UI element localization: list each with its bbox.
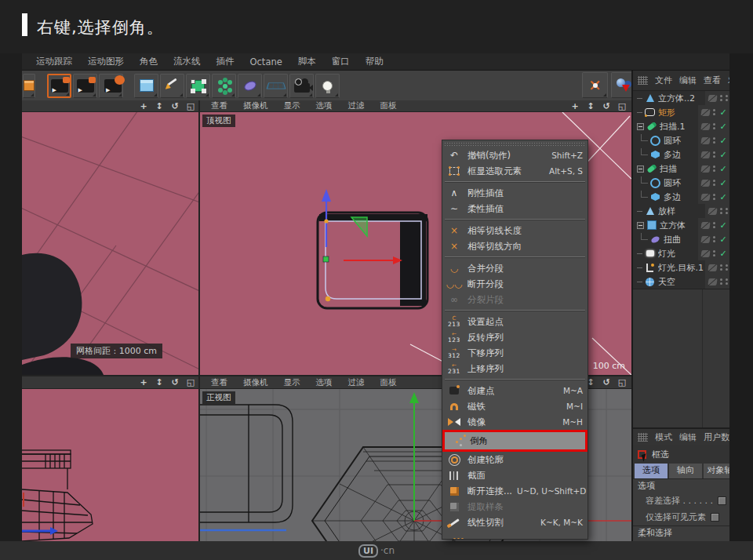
menu-grip-icon[interactable] <box>444 141 586 147</box>
viewport-menu-item-2[interactable]: 显示 <box>278 100 307 112</box>
expander-icon[interactable] <box>637 222 644 229</box>
visibility-dots-icon[interactable] <box>720 208 722 214</box>
checkbox[interactable] <box>718 496 726 505</box>
visibility-dots-icon[interactable] <box>720 95 722 101</box>
rotate-icon[interactable]: ↺ <box>170 377 180 387</box>
attribute-menu-item-2[interactable]: 用户数据 <box>704 431 729 443</box>
toolbar-button-light[interactable] <box>315 74 340 98</box>
visibility-dots-icon[interactable] <box>720 264 722 271</box>
object-row-10[interactable]: 扭曲✓ <box>633 232 729 246</box>
visibility-dots-icon[interactable] <box>720 278 722 285</box>
context-menu-item-4[interactable]: ∧刚性插值 <box>442 185 587 201</box>
toolbar-button-motion-clapper-solve[interactable] <box>73 74 97 98</box>
context-menu-item-16[interactable]: →312下移序列 <box>442 345 587 361</box>
visibility-dots-icon[interactable] <box>713 180 715 186</box>
visibility-toggle-icon[interactable] <box>700 151 710 158</box>
panel-grip-icon[interactable] <box>638 76 648 85</box>
object-manager-menu-item-0[interactable]: 文件 <box>655 75 672 86</box>
visibility-dots-icon[interactable] <box>713 250 715 256</box>
tab-轴向[interactable]: 轴向 <box>669 464 702 478</box>
maximize-icon[interactable]: ◱ <box>186 377 195 387</box>
object-row-6[interactable]: 圆环✓ <box>633 176 729 190</box>
enabled-dots-icon[interactable] <box>726 278 728 285</box>
visibility-toggle-icon[interactable] <box>700 137 710 144</box>
context-menu-item-1[interactable]: ↶撤销(动作)Shift+Z <box>442 147 587 163</box>
context-menu-item-15[interactable]: ←123反转序列 <box>442 329 587 345</box>
enabled-check-icon[interactable]: ✓ <box>718 235 728 245</box>
dolly-icon[interactable]: ↕ <box>155 101 164 111</box>
dolly-icon[interactable]: ↕ <box>155 377 164 387</box>
context-menu-item-27[interactable]: 线性切割K~K, M~K <box>442 515 587 530</box>
visibility-dots-icon[interactable] <box>713 165 715 172</box>
enabled-dots-icon[interactable] <box>726 208 728 214</box>
visibility-toggle-icon[interactable] <box>700 123 710 130</box>
context-menu-item-24[interactable]: 截面 <box>442 467 587 483</box>
visibility-toggle-icon[interactable] <box>708 208 717 215</box>
visibility-dots-icon[interactable] <box>713 109 715 115</box>
menubar-item-0[interactable]: 运动跟踪 <box>28 54 80 69</box>
enabled-dots-icon[interactable] <box>726 95 728 101</box>
viewport-menu-item-3[interactable]: 选项 <box>310 100 339 112</box>
section-header-1[interactable]: 柔和选择 <box>633 525 729 540</box>
context-menu-item-8[interactable]: ×相等切线方向 <box>442 238 587 254</box>
visibility-dots-icon[interactable] <box>713 222 715 228</box>
context-menu-item-26[interactable]: 提取样条 <box>442 499 587 515</box>
context-menu-item-25[interactable]: 断开连接...U~D, U~Shift+D⚙ <box>442 483 587 499</box>
visibility-toggle-icon[interactable] <box>708 95 717 102</box>
menubar-item-6[interactable]: 脚本 <box>290 54 324 69</box>
context-menu-item-12[interactable]: ∞分裂片段 <box>442 292 587 307</box>
visibility-dots-icon[interactable] <box>713 194 715 200</box>
viewport-menu-item-5[interactable]: 面板 <box>374 100 403 112</box>
object-row-0[interactable]: 立方体..2 <box>633 91 729 105</box>
menubar-item-5[interactable]: Octane <box>242 55 290 69</box>
context-menu-item-22[interactable]: 倒角 <box>442 430 587 452</box>
pan-icon[interactable]: + <box>570 101 580 111</box>
toolbar-button-motion-clapper-gear[interactable] <box>99 74 123 98</box>
maximize-icon[interactable]: ◱ <box>617 101 627 111</box>
context-menu-item-14[interactable]: C213设置起点 <box>442 314 587 329</box>
enabled-dots-icon[interactable] <box>726 264 728 271</box>
object-row-13[interactable]: 天空 <box>633 275 729 289</box>
context-menu-item-21[interactable]: 镜像M~H <box>442 414 587 430</box>
attribute-menu-item-1[interactable]: 编辑 <box>679 431 697 443</box>
pan-icon[interactable]: + <box>139 101 148 111</box>
toolbar-button-spline-pen[interactable] <box>160 74 184 98</box>
toolbar-button-camera[interactable] <box>289 74 314 98</box>
visibility-toggle-icon[interactable] <box>700 236 710 243</box>
enabled-check-icon[interactable]: ✓ <box>718 249 728 259</box>
tab-对象轴[interactable]: 对象轴 <box>704 464 729 478</box>
visibility-toggle-icon[interactable] <box>708 278 717 285</box>
viewport-menu-item-0[interactable]: 查看 <box>205 100 234 112</box>
viewport-menu-item-5[interactable]: 面板 <box>374 376 403 389</box>
enabled-check-icon[interactable]: ✓ <box>718 220 728 231</box>
visibility-toggle-icon[interactable] <box>700 222 710 229</box>
enabled-check-icon[interactable]: ✓ <box>718 150 728 160</box>
viewport-menu-item-4[interactable]: 过滤 <box>342 376 371 389</box>
object-row-2[interactable]: 扫描.1✓ <box>633 119 729 133</box>
enabled-check-icon[interactable]: ✓ <box>718 136 728 146</box>
menubar-item-7[interactable]: 窗口 <box>324 54 358 69</box>
enabled-check-icon[interactable]: ✓ <box>718 192 728 202</box>
enabled-check-icon[interactable]: ✓ <box>718 164 728 174</box>
menubar-item-2[interactable]: 角色 <box>132 54 166 69</box>
toolbar-button-axis-toggle[interactable] <box>582 72 608 98</box>
viewport-menu-item-4[interactable]: 过滤 <box>342 100 371 112</box>
checkbox[interactable] <box>711 513 719 522</box>
rotate-icon[interactable]: ↺ <box>602 101 611 111</box>
viewport-menu-item-3[interactable]: 选项 <box>310 376 339 389</box>
object-row-5[interactable]: 扫描✓ <box>633 162 729 176</box>
object-row-1[interactable]: 矩形✓ <box>633 105 729 119</box>
dolly-icon[interactable]: ↕ <box>586 101 595 111</box>
toolbar-button-floor[interactable] <box>264 74 288 98</box>
object-manager-menu-item-2[interactable]: 查看 <box>704 75 721 86</box>
viewport-menu-item-1[interactable]: 摄像机 <box>237 100 275 112</box>
context-menu-item-20[interactable]: 磁铁M~I <box>442 398 587 414</box>
context-menu-item-11[interactable]: ◡◡断开分段 <box>442 276 587 292</box>
visibility-toggle-icon[interactable] <box>708 264 717 271</box>
visibility-dots-icon[interactable] <box>713 236 715 242</box>
context-menu-item-10[interactable]: ◡合并分段 <box>442 260 587 276</box>
context-menu-item-17[interactable]: ←231上移序列 <box>442 361 587 376</box>
object-row-9[interactable]: 立方体✓ <box>633 218 729 232</box>
enabled-check-icon[interactable]: ✓ <box>718 122 728 132</box>
tab-选项[interactable]: 选项 <box>635 464 668 478</box>
